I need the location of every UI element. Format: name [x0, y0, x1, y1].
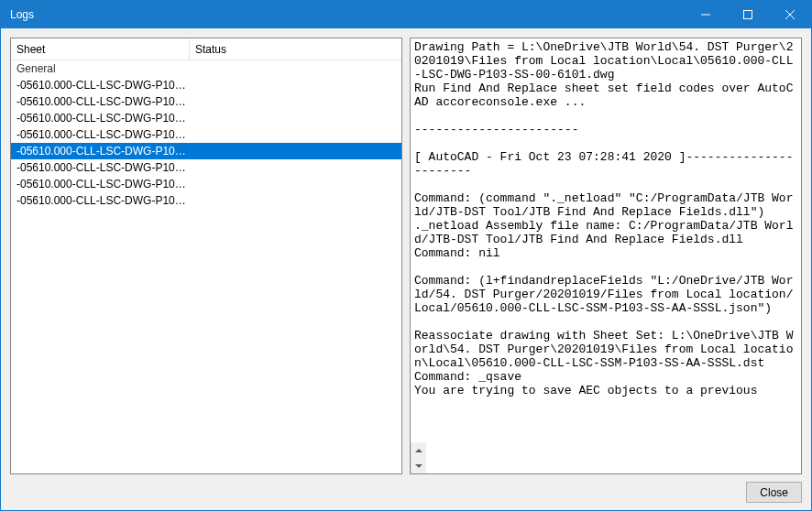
table-row[interactable]: -05610.000-CLL-LSC-DWG-P103-SS-0...: [11, 143, 401, 159]
table-row[interactable]: -05610.000-CLL-LSC-DWG-P103-SS-0...: [11, 192, 401, 209]
cell-sheet: -05610.000-CLL-LSC-DWG-P103-SS-0...: [16, 95, 190, 108]
table-row[interactable]: -05610.000-CLL-LSC-DWG-P103-SS-0...: [11, 126, 401, 143]
table-row[interactable]: -05610.000-CLL-LSC-DWG-P103-SS-0...: [11, 93, 401, 110]
column-header-status[interactable]: Status: [190, 39, 401, 60]
column-header-sheet[interactable]: Sheet: [11, 39, 190, 60]
table-row[interactable]: -05610.000-CLL-LSC-DWG-P103-SS-0...: [11, 159, 401, 176]
table-row[interactable]: -05610.000-CLL-LSC-DWG-P103-SS-0...: [11, 176, 401, 192]
scroll-down-button[interactable]: [411, 458, 426, 473]
close-window-button[interactable]: [769, 1, 811, 28]
sheet-list-panel: Sheet Status General -05610.000-CLL-LSC-…: [10, 38, 402, 474]
close-icon: [785, 10, 795, 19]
log-panel: Drawing Path = L:\OneDrive\JTB World\54.…: [410, 38, 802, 474]
maximize-button[interactable]: [727, 1, 769, 28]
panels: Sheet Status General -05610.000-CLL-LSC-…: [10, 38, 802, 474]
cell-sheet: -05610.000-CLL-LSC-DWG-P103-SS-0...: [16, 145, 190, 158]
window-controls: [685, 1, 811, 28]
window-title: Logs: [10, 8, 685, 21]
chevron-down-icon: [415, 464, 422, 468]
cell-sheet: -05610.000-CLL-LSC-DWG-P103-SS-0...: [16, 128, 190, 141]
titlebar[interactable]: Logs: [1, 1, 811, 28]
log-output[interactable]: Drawing Path = L:\OneDrive\JTB World\54.…: [411, 38, 801, 442]
minimize-button[interactable]: [685, 1, 727, 28]
maximize-icon: [743, 10, 752, 19]
svg-marker-4: [415, 449, 422, 452]
svg-rect-1: [744, 11, 752, 19]
minimize-icon: [701, 10, 710, 19]
cell-sheet: -05610.000-CLL-LSC-DWG-P103-SS-0...: [16, 194, 190, 207]
scroll-up-button[interactable]: [411, 442, 426, 458]
vertical-scrollbar[interactable]: [411, 442, 426, 473]
cell-sheet: -05610.000-CLL-LSC-DWG-P103-SS-0...: [16, 79, 190, 92]
list-body[interactable]: General -05610.000-CLL-LSC-DWG-P103-SS-0…: [11, 60, 401, 473]
list-header: Sheet Status: [11, 38, 401, 60]
table-row[interactable]: -05610.000-CLL-LSC-DWG-P103-SS-0...: [11, 77, 401, 93]
cell-sheet: -05610.000-CLL-LSC-DWG-P103-SS-0...: [16, 112, 190, 125]
close-button[interactable]: Close: [746, 482, 802, 503]
group-header[interactable]: General: [11, 60, 401, 77]
table-row[interactable]: -05610.000-CLL-LSC-DWG-P103-SS-0...: [11, 110, 401, 126]
client-area: Sheet Status General -05610.000-CLL-LSC-…: [1, 28, 811, 510]
footer: Close: [10, 482, 802, 503]
logs-window: Logs Sheet Status General: [0, 0, 812, 511]
cell-sheet: -05610.000-CLL-LSC-DWG-P103-SS-0...: [16, 178, 190, 190]
svg-marker-5: [415, 464, 422, 468]
cell-sheet: -05610.000-CLL-LSC-DWG-P103-SS-0...: [16, 161, 190, 174]
chevron-up-icon: [415, 449, 422, 452]
